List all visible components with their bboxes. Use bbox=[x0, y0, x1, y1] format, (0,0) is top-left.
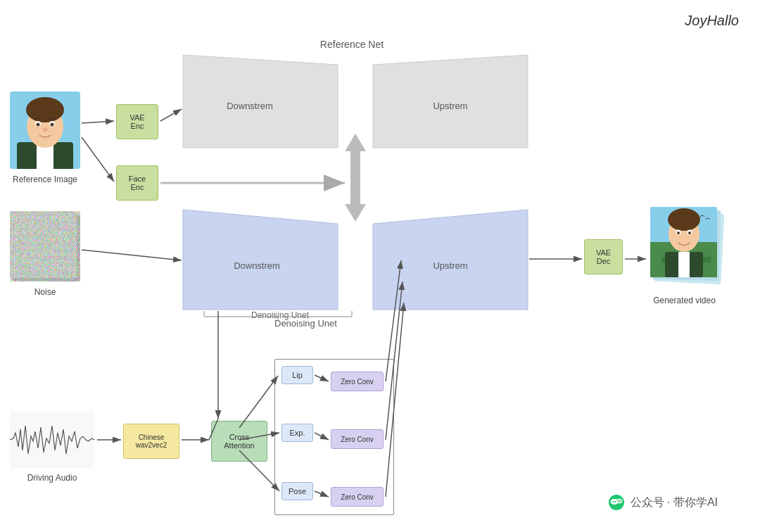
svg-marker-43 bbox=[373, 55, 528, 148]
svg-point-9 bbox=[51, 123, 54, 127]
svg-line-70 bbox=[239, 376, 278, 428]
brand-label: JoyHallo bbox=[685, 13, 739, 29]
svg-marker-52 bbox=[345, 134, 366, 151]
diagram-container: JoyHallo Reference Net bbox=[0, 0, 760, 532]
svg-rect-14 bbox=[10, 211, 77, 278]
exp-box: Exp. bbox=[281, 424, 313, 442]
svg-point-24 bbox=[668, 208, 700, 231]
reference-image-thumbnail bbox=[10, 91, 80, 169]
svg-line-54 bbox=[82, 121, 114, 123]
noise-label: Noise bbox=[10, 287, 80, 297]
audio-waveform bbox=[10, 412, 94, 468]
driving-audio-label: Driving Audio bbox=[10, 473, 94, 483]
svg-point-8 bbox=[37, 123, 40, 127]
svg-marker-51 bbox=[345, 204, 366, 222]
watermark: 公众号 · 带你学AI bbox=[608, 494, 718, 511]
svg-point-30 bbox=[688, 232, 691, 234]
zero-conv-2: Zero Conv bbox=[331, 429, 384, 449]
zero-conv-3: Zero Conv bbox=[331, 487, 384, 507]
ref-net-label: Reference Net bbox=[246, 39, 457, 50]
svg-point-37 bbox=[619, 500, 621, 502]
svg-line-55 bbox=[82, 137, 114, 182]
vae-dec-box: VAE Dec bbox=[584, 239, 623, 274]
svg-rect-15 bbox=[10, 412, 94, 468]
svg-rect-26 bbox=[678, 252, 690, 277]
svg-point-29 bbox=[677, 232, 680, 234]
generated-video-thumbnail bbox=[647, 204, 725, 289]
lip-box: Lip bbox=[281, 366, 313, 384]
svg-point-33 bbox=[616, 499, 622, 504]
svg-marker-42 bbox=[183, 55, 338, 148]
svg-point-10 bbox=[42, 127, 48, 132]
svg-marker-47 bbox=[373, 210, 528, 310]
zero-conv-1: Zero Conv bbox=[331, 372, 384, 391]
denoising-unet-label: Denoising Unet bbox=[274, 318, 337, 329]
svg-text:Upstrem: Upstrem bbox=[433, 260, 467, 271]
svg-point-35 bbox=[614, 501, 616, 502]
watermark-text: 公众号 · 带你学AI bbox=[631, 495, 718, 510]
svg-text:Upstrem: Upstrem bbox=[433, 101, 467, 111]
svg-marker-46 bbox=[183, 210, 338, 310]
reference-image-label: Reference Image bbox=[10, 175, 80, 184]
cross-attention-box: Cross Attention bbox=[211, 421, 267, 462]
vae-enc-box: VAE Enc bbox=[116, 104, 158, 139]
generated-video-label: Generated video bbox=[644, 296, 725, 305]
svg-point-5 bbox=[26, 97, 64, 122]
svg-line-56 bbox=[160, 109, 182, 121]
svg-point-36 bbox=[617, 500, 619, 502]
svg-point-34 bbox=[612, 501, 614, 502]
svg-line-57 bbox=[82, 250, 182, 260]
svg-text:Downstrem: Downstrem bbox=[227, 101, 273, 111]
pose-box: Pose bbox=[281, 482, 313, 500]
noise-thumbnail bbox=[10, 211, 80, 281]
svg-text:Downstrem: Downstrem bbox=[234, 260, 280, 271]
wav2vec-box: Chinese wav2vec2 bbox=[123, 424, 179, 459]
face-enc-box: Face Enc bbox=[116, 165, 158, 201]
